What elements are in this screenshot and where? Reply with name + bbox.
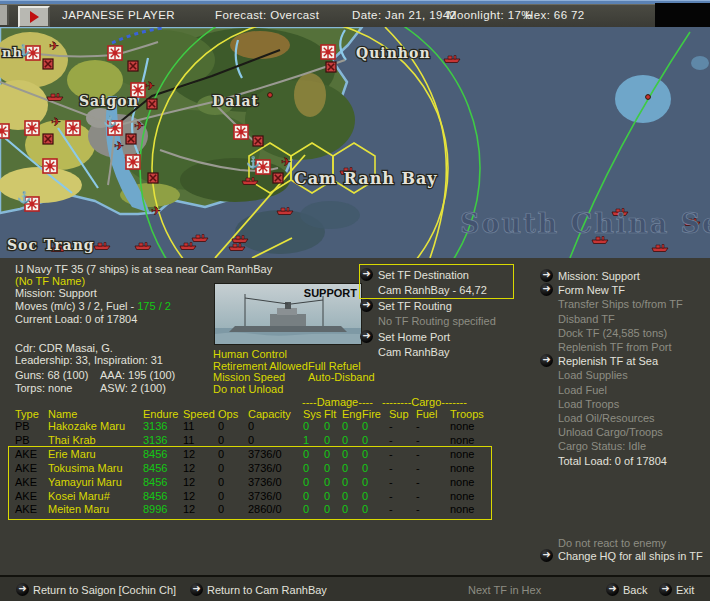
column-header-endure: Endure: [143, 408, 178, 420]
destination-option-4[interactable]: Set Home Port: [378, 331, 450, 343]
airfield-icon: ✈: [145, 79, 155, 93]
bottom-nav-bar: ➜Return to Saigon [Cochin Ch]➜Return to …: [0, 575, 710, 601]
fortification-icon: [43, 59, 53, 69]
tf-guns: Guns: 68 (100): [15, 369, 88, 381]
ship-cell: 1: [303, 434, 309, 446]
base-dot-icon: [268, 93, 273, 98]
ship-cell: 0: [248, 420, 254, 432]
tf-action-6[interactable]: Replenish TF at Sea: [558, 355, 658, 367]
japanese-base-icon[interactable]: [66, 121, 80, 135]
ship-name[interactable]: Thai Krab: [48, 434, 96, 446]
japanese-base-icon[interactable]: [0, 124, 9, 138]
change-hq-option[interactable]: Change HQ for all ships in TF: [558, 550, 703, 562]
ship-class-label: SUPPORT: [304, 287, 357, 299]
tf-mission: Mission: Support: [15, 287, 97, 299]
action-arrow-icon[interactable]: ➜: [540, 269, 553, 282]
hex-coords-label: Hex: 66 72: [525, 9, 585, 21]
action-arrow-icon[interactable]: ➜: [659, 583, 672, 596]
tf-toggle[interactable]: Human Control: [213, 348, 287, 360]
react-to-enemy-option: Do not react to enemy: [558, 537, 666, 549]
map-city-label: Saigon: [79, 93, 139, 109]
tf-action-12: Cargo Status: Idle: [558, 440, 646, 452]
strategic-map[interactable]: ✈✈✈✈✈✈✈⚓⚓⚓⚓ nhSaigonDalatQuinhonCam Ranh…: [0, 27, 710, 260]
game-screen: JAPANESE PLAYER Forecast: Overcast Date:…: [0, 0, 710, 601]
island: [615, 75, 671, 123]
destination-option-3: No TF Routing specified: [378, 315, 496, 327]
cargo-group-header: --------Cargo-------: [382, 396, 467, 408]
ship-cell: 0: [218, 434, 224, 446]
base-dot-icon: [646, 95, 651, 100]
sea-name-label: South China Sea: [460, 208, 710, 239]
column-header-eng: Eng: [342, 408, 362, 420]
ship-cell: none: [450, 434, 474, 446]
action-arrow-icon[interactable]: ➜: [16, 583, 29, 596]
column-header-ops: Ops: [218, 408, 238, 420]
ship-cell: 0: [218, 420, 224, 432]
column-header-flt: Flt: [324, 408, 336, 420]
tf-action-13[interactable]: Total Load: 0 of 17804: [558, 455, 667, 467]
action-arrow-icon[interactable]: ➜: [540, 354, 553, 367]
map-city-label: Soc Trang: [7, 237, 95, 253]
action-arrow-icon[interactable]: ➜: [606, 583, 619, 596]
player-label: JAPANESE PLAYER: [62, 9, 175, 21]
exit-button[interactable]: Exit: [676, 584, 694, 596]
fortification-icon: [43, 134, 53, 144]
tf-action-5: Replenish TF from Port: [558, 341, 672, 353]
column-header-speed: Speed: [183, 408, 215, 420]
action-arrow-icon[interactable]: ➜: [540, 549, 553, 562]
japanese-base-icon[interactable]: [108, 46, 122, 60]
japanese-base-icon[interactable]: [25, 121, 39, 135]
tf-action-1[interactable]: Form New TF: [558, 284, 625, 296]
japanese-base-icon[interactable]: [43, 159, 57, 173]
minimap-blank-box: [655, 3, 710, 27]
fuel-value: 175 / 2: [137, 300, 171, 312]
tf-leadership: Leadership: 33, Inspiration: 31: [15, 354, 163, 366]
action-arrow-icon[interactable]: ➜: [540, 283, 553, 296]
tf-toggle[interactable]: Auto-Disband: [308, 371, 375, 383]
tf-commander[interactable]: Cdr: CDR Masai, G.: [15, 342, 113, 354]
action-arrow-icon[interactable]: ➜: [360, 330, 373, 343]
tf-action-8: Load Fuel: [558, 384, 607, 396]
tf-aaa: AAA: 195 (100): [100, 369, 175, 381]
fortification-icon: [326, 62, 336, 72]
ship-cell: 0: [342, 420, 348, 432]
tf-toggle[interactable]: Mission Speed: [213, 371, 285, 383]
tf-toggle[interactable]: Do not Unload: [213, 383, 283, 395]
return-to-camranhbay-button[interactable]: Return to Cam RanhBay: [207, 584, 327, 596]
ship-cell: 11: [183, 420, 194, 432]
action-arrow-icon[interactable]: ➜: [360, 299, 373, 312]
japanese-base-icon[interactable]: [234, 125, 248, 139]
ship-cell: PB: [15, 420, 30, 432]
tf-action-3: Disband TF: [558, 313, 615, 325]
tf-toggle[interactable]: Retirement Allowed: [213, 360, 308, 372]
tf-toggle[interactable]: Full Refuel: [308, 360, 361, 372]
back-button[interactable]: Back: [623, 584, 647, 596]
japanese-base-icon[interactable]: [126, 155, 140, 169]
map-city-label: nh: [2, 45, 23, 60]
tf-torps: Torps: none: [15, 382, 72, 394]
action-arrow-icon[interactable]: ➜: [190, 583, 203, 596]
ship-cell: -: [389, 434, 393, 446]
turn-advance-button[interactable]: [18, 6, 50, 28]
column-header-capacity: Capacity: [248, 408, 291, 420]
date-label: Date: Jan 21, 1942: [352, 9, 456, 21]
fortification-icon: [147, 99, 157, 109]
destination-option-2[interactable]: Set TF Routing: [378, 300, 452, 312]
tf-control-panel: IJ Navy TF 35 (7 ships) is at sea near C…: [0, 258, 710, 575]
column-header-fire: Fire: [362, 408, 381, 420]
destination-option-5[interactable]: Cam RanhBay: [378, 346, 450, 358]
airfield-icon: ✈: [114, 139, 124, 153]
tf-name[interactable]: (No TF Name): [15, 275, 85, 287]
map-city-label: Dalat: [212, 93, 259, 109]
destination-highlight-box: [359, 264, 514, 299]
tf-action-9: Load Troops: [558, 398, 619, 410]
ship-cell: 11: [183, 434, 194, 446]
fortification-icon: [126, 134, 136, 144]
tf-action-0[interactable]: Mission: Support: [558, 270, 640, 282]
ship-name[interactable]: Hakozake Maru: [48, 420, 125, 432]
return-to-saigon-button[interactable]: Return to Saigon [Cochin Ch]: [33, 584, 176, 596]
japanese-base-icon[interactable]: [321, 45, 335, 59]
fortification-icon: [273, 173, 283, 183]
tf-title: IJ Navy TF 35 (7 ships) is at sea near C…: [15, 263, 272, 275]
forecast-label: Forecast: Overcast: [215, 9, 319, 21]
